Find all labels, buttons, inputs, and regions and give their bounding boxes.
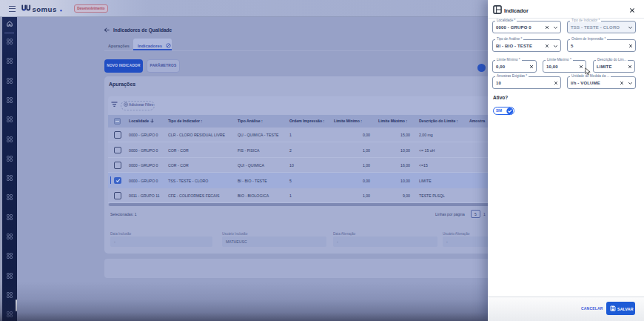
svg-text:somus: somus: [33, 5, 57, 13]
